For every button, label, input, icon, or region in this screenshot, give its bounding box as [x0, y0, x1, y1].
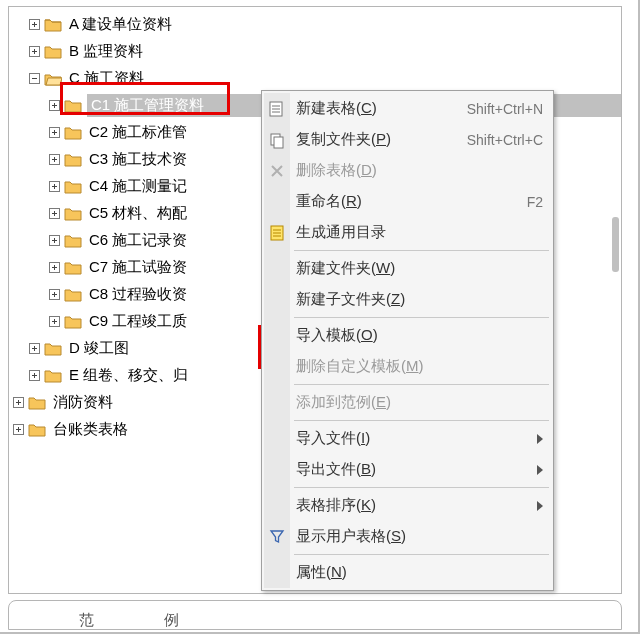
delete-icon [268, 162, 286, 180]
menu-item-label: 显示用户表格(S) [296, 527, 406, 544]
tree-node-label: C7 施工试验资 [87, 257, 189, 278]
menu-item-label: 新建子文件夹(Z) [296, 290, 405, 307]
tree-node-label: C2 施工标准管 [87, 122, 189, 143]
submenu-arrow-icon [537, 501, 543, 511]
tree-node-label: C4 施工测量记 [87, 176, 189, 197]
tree-node-label: C6 施工记录资 [87, 230, 189, 251]
menu-separator [294, 487, 549, 488]
menu-item-label: 属性(N) [296, 563, 347, 580]
collapse-icon[interactable] [29, 73, 40, 84]
folder-icon [64, 314, 82, 329]
menu-item-new-table[interactable]: 新建表格(C) Shift+Ctrl+N [264, 93, 551, 124]
menu-item-table-sort[interactable]: 表格排序(K) [264, 490, 551, 521]
expand-icon[interactable] [29, 46, 40, 57]
folder-icon [64, 98, 82, 113]
toc-icon [268, 224, 286, 242]
menu-item-label: 删除表格(D) [296, 161, 377, 178]
tree-node-label: C5 材料、构配 [87, 203, 189, 224]
folder-icon [64, 287, 82, 302]
menu-item-import-template[interactable]: 导入模板(O) [264, 320, 551, 351]
menu-item-label: 复制文件夹(P) [296, 130, 391, 147]
folder-icon [64, 125, 82, 140]
scrollbar-thumb[interactable] [612, 217, 619, 272]
svg-rect-2 [274, 137, 283, 148]
folder-open-icon [44, 71, 62, 86]
folder-icon [64, 260, 82, 275]
expand-icon[interactable] [49, 181, 60, 192]
menu-item-properties[interactable]: 属性(N) [264, 557, 551, 588]
menu-item-label: 新建文件夹(W) [296, 259, 395, 276]
folder-icon [64, 179, 82, 194]
menu-item-rename[interactable]: 重命名(R) F2 [264, 186, 551, 217]
expand-icon[interactable] [13, 397, 24, 408]
expand-icon[interactable] [49, 208, 60, 219]
menu-item-new-folder[interactable]: 新建文件夹(W) [264, 253, 551, 284]
folder-icon [64, 152, 82, 167]
folder-icon [44, 44, 62, 59]
folder-icon [28, 395, 46, 410]
tree-node-c[interactable]: C 施工资料 [9, 65, 621, 92]
menu-separator [294, 420, 549, 421]
expand-icon[interactable] [29, 343, 40, 354]
expand-icon[interactable] [49, 127, 60, 138]
context-menu: 新建表格(C) Shift+Ctrl+N 复制文件夹(P) Shift+Ctrl… [261, 90, 554, 591]
expand-icon[interactable] [49, 316, 60, 327]
menu-item-import-file[interactable]: 导入文件(I) [264, 423, 551, 454]
expand-icon[interactable] [49, 262, 60, 273]
tree-node-label: D 竣工图 [67, 338, 131, 359]
menu-item-add-to-example: 添加到范例(E) [264, 387, 551, 418]
tree-node-label: 消防资料 [51, 392, 115, 413]
bottom-tab-2[interactable]: 例 [164, 611, 179, 630]
tree-node-a[interactable]: A 建设单位资料 [9, 11, 621, 38]
expand-icon[interactable] [29, 19, 40, 30]
menu-item-export-file[interactable]: 导出文件(B) [264, 454, 551, 485]
tree-node-label: C9 工程竣工质 [87, 311, 189, 332]
menu-item-label: 导入模板(O) [296, 326, 378, 343]
menu-item-label: 添加到范例(E) [296, 393, 391, 410]
bottom-tab-1[interactable]: 范 [79, 611, 94, 630]
menu-item-copy-folder[interactable]: 复制文件夹(P) Shift+Ctrl+C [264, 124, 551, 155]
submenu-arrow-icon [537, 465, 543, 475]
menu-item-shortcut: Shift+Ctrl+C [467, 132, 543, 148]
expand-icon[interactable] [13, 424, 24, 435]
menu-separator [294, 384, 549, 385]
expand-icon[interactable] [29, 370, 40, 381]
tree-node-label: C 施工资料 [67, 68, 146, 89]
menu-item-shortcut: Shift+Ctrl+N [467, 101, 543, 117]
menu-item-label: 删除自定义模板(M) [296, 357, 424, 374]
menu-item-delete-table: 删除表格(D) [264, 155, 551, 186]
tree-node-b[interactable]: B 监理资料 [9, 38, 621, 65]
menu-item-label: 导入文件(I) [296, 429, 370, 446]
menu-item-label: 导出文件(B) [296, 460, 376, 477]
submenu-arrow-icon [537, 434, 543, 444]
copy-folder-icon [268, 131, 286, 149]
tree-node-label: C3 施工技术资 [87, 149, 189, 170]
menu-separator [294, 250, 549, 251]
folder-icon [28, 422, 46, 437]
menu-item-label: 生成通用目录 [296, 223, 551, 242]
tree-node-label: B 监理资料 [67, 41, 145, 62]
menu-item-new-subfolder[interactable]: 新建子文件夹(Z) [264, 284, 551, 315]
expand-icon[interactable] [49, 100, 60, 111]
menu-item-label: 新建表格(C) [296, 99, 377, 116]
menu-item-delete-custom-template: 删除自定义模板(M) [264, 351, 551, 382]
menu-separator [294, 554, 549, 555]
filter-icon [268, 528, 286, 546]
tree-node-label: 台账类表格 [51, 419, 130, 440]
expand-icon[interactable] [49, 235, 60, 246]
folder-icon [44, 341, 62, 356]
expand-icon[interactable] [49, 289, 60, 300]
tree-node-label: A 建设单位资料 [67, 14, 174, 35]
tree-node-label: C8 过程验收资 [87, 284, 189, 305]
menu-item-gen-toc[interactable]: 生成通用目录 [264, 217, 551, 248]
folder-icon [64, 233, 82, 248]
menu-item-label: 表格排序(K) [296, 496, 376, 513]
menu-item-show-user-tables[interactable]: 显示用户表格(S) [264, 521, 551, 552]
folder-icon [64, 206, 82, 221]
folder-icon [44, 368, 62, 383]
expand-icon[interactable] [49, 154, 60, 165]
new-table-icon [268, 100, 286, 118]
menu-separator [294, 317, 549, 318]
folder-icon [44, 17, 62, 32]
tree-node-label: E 组卷、移交、归 [67, 365, 190, 386]
